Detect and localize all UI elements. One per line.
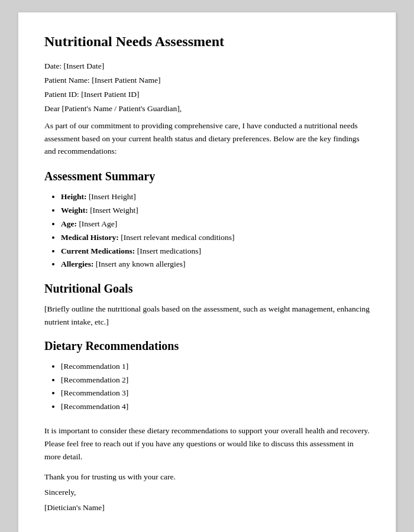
list-item: Age: [Insert Age] [61, 218, 370, 231]
list-item-label: Current Medications: [61, 246, 135, 255]
list-item-value: [Insert Height] [87, 192, 136, 201]
list-item-label: Weight: [61, 206, 88, 215]
list-item: Medical History: [Insert relevant medica… [61, 231, 370, 245]
list-item-label: Age: [61, 219, 77, 228]
sincerely-line: Sincerely, [44, 488, 370, 497]
list-item-label: Medical History: [61, 233, 119, 242]
salutation: Dear [Patient's Name / Patient's Guardia… [44, 104, 370, 113]
list-item-value: [Insert any known allergies] [93, 259, 185, 268]
nutritional-goals-text: [Briefly outline the nutritional goals b… [44, 303, 370, 328]
dietary-recommendations-list: [Recommendation 1][Recommendation 2][Rec… [44, 360, 370, 414]
list-item: [Recommendation 4] [61, 400, 370, 414]
list-item-value: [Insert relevant medical conditions] [119, 233, 235, 242]
list-item-value: [Insert Weight] [88, 206, 138, 215]
document-title: Nutritional Needs Assessment [44, 34, 370, 50]
list-item-value: [Insert medications] [135, 246, 201, 255]
list-item: [Recommendation 2] [61, 374, 370, 387]
closing-paragraph: It is important to consider these dietar… [44, 424, 370, 463]
assessment-summary-heading: Assessment Summary [44, 170, 370, 183]
list-item-label: Height: [61, 192, 87, 201]
list-item-label: Allergies: [61, 259, 93, 268]
intro-paragraph: As part of our commitment to providing c… [44, 119, 370, 158]
nutritional-goals-heading: Nutritional Goals [44, 282, 370, 296]
list-item: [Recommendation 3] [61, 387, 370, 400]
list-item: Allergies: [Insert any known allergies] [61, 258, 370, 271]
assessment-summary-list: Height: [Insert Height]Weight: [Insert W… [44, 190, 370, 272]
list-item: Weight: [Insert Weight] [61, 204, 370, 218]
thank-you-line: Thank you for trusting us with your care… [44, 472, 370, 482]
nutritional-goals-section: Nutritional Goals [Briefly outline the n… [44, 282, 370, 328]
date-field: Date: [Insert Date] [44, 61, 370, 71]
patient-id-field: Patient ID: [Insert Patient ID] [44, 90, 370, 99]
document-container: Nutritional Needs Assessment Date: [Inse… [18, 12, 396, 532]
dietary-recommendations-heading: Dietary Recommendations [44, 339, 370, 353]
list-item: Current Medications: [Insert medications… [61, 245, 370, 258]
list-item-value: [Insert Age] [77, 219, 117, 228]
list-item: [Recommendation 1] [61, 360, 370, 374]
patient-name-field: Patient Name: [Insert Patient Name] [44, 76, 370, 85]
dietary-recommendations-section: Dietary Recommendations [Recommendation … [44, 339, 370, 414]
list-item: Height: [Insert Height] [61, 190, 370, 204]
dietician-name: [Dietician's Name] [44, 503, 370, 512]
assessment-summary-section: Assessment Summary Height: [Insert Heigh… [44, 170, 370, 272]
